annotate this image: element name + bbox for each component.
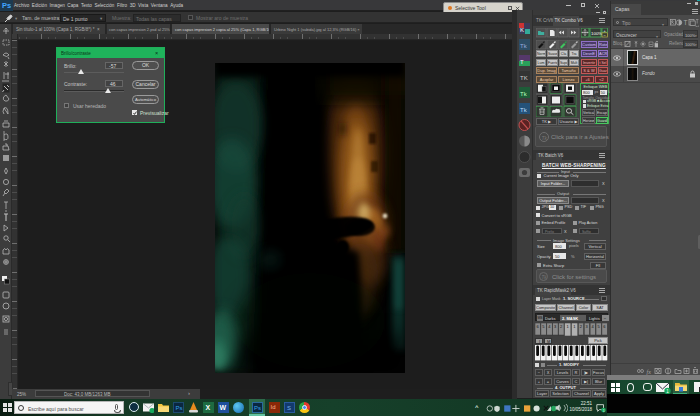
- svg-text:T: T: [520, 59, 524, 65]
- svg-text:K: K: [520, 27, 524, 33]
- svg-text:Tk: Tk: [520, 43, 528, 49]
- svg-text:fx: fx: [647, 368, 652, 374]
- svg-text:100%: 100%: [591, 30, 602, 35]
- svg-text:T: T: [684, 19, 688, 26]
- svg-text:Tk: Tk: [520, 107, 528, 113]
- svg-text:1: 1: [603, 409, 605, 413]
- svg-text:Tk: Tk: [520, 91, 528, 97]
- svg-text:TK: TK: [520, 75, 528, 81]
